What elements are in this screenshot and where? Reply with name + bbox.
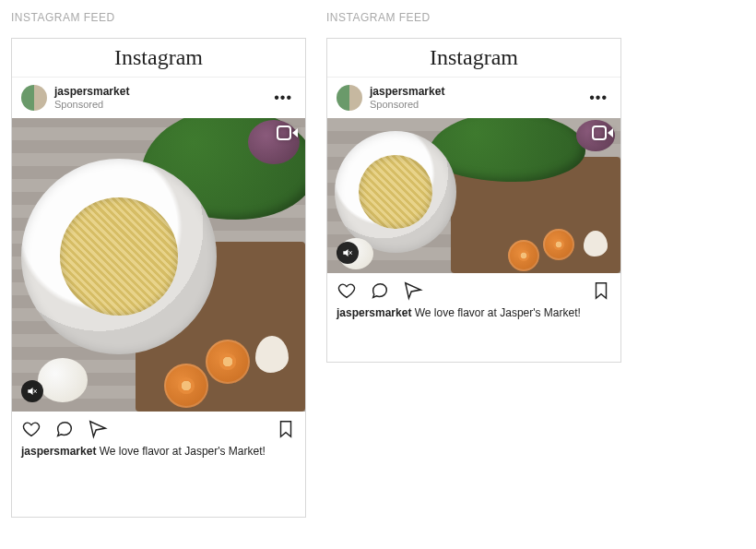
- preview-column-landscape: INSTAGRAM FEED Instagram jaspersmarket S…: [326, 11, 621, 518]
- speaker-muted-icon: [341, 246, 354, 259]
- post-media[interactable]: [327, 118, 620, 273]
- caption-username: jaspersmarket: [21, 445, 96, 458]
- username: jaspersmarket: [370, 85, 585, 98]
- share-icon[interactable]: [403, 280, 423, 301]
- username: jaspersmarket: [54, 85, 270, 98]
- sound-toggle-button[interactable]: [337, 242, 359, 264]
- like-icon[interactable]: [337, 280, 357, 301]
- user-block[interactable]: jaspersmarket Sponsored: [370, 85, 585, 111]
- media-image: [327, 118, 620, 273]
- caption-text: We love flavor at Jasper's Market!: [411, 306, 580, 319]
- caption: jaspersmarket We love flavor at Jasper's…: [327, 306, 620, 362]
- comment-icon[interactable]: [370, 280, 390, 301]
- instagram-card-landscape: Instagram jaspersmarket Sponsored •••: [326, 38, 621, 363]
- media-image: [12, 118, 305, 412]
- video-indicator-icon: [277, 125, 298, 140]
- brand-bar: Instagram: [327, 39, 620, 78]
- caption: jaspersmarket We love flavor at Jasper's…: [12, 445, 305, 517]
- preview-column-square: INSTAGRAM FEED Instagram jaspersmarket S…: [11, 11, 306, 518]
- post-header: jaspersmarket Sponsored •••: [12, 78, 305, 118]
- share-icon[interactable]: [88, 419, 108, 439]
- sponsored-label: Sponsored: [370, 99, 585, 111]
- caption-username: jaspersmarket: [337, 306, 411, 319]
- post-media[interactable]: [12, 118, 305, 412]
- caption-text: We love flavor at Jasper's Market!: [96, 445, 265, 458]
- sponsored-label: Sponsored: [54, 99, 270, 111]
- actions-row: [327, 273, 620, 306]
- avatar[interactable]: [21, 85, 47, 111]
- video-indicator-icon: [592, 125, 613, 140]
- section-label: INSTAGRAM FEED: [11, 11, 306, 24]
- section-label: INSTAGRAM FEED: [326, 11, 621, 24]
- avatar[interactable]: [337, 85, 362, 111]
- instagram-card-square: Instagram jaspersmarket Sponsored •••: [11, 38, 306, 518]
- like-icon[interactable]: [21, 419, 41, 439]
- user-block[interactable]: jaspersmarket Sponsored: [54, 85, 270, 111]
- more-options-icon[interactable]: •••: [585, 87, 611, 109]
- save-icon[interactable]: [591, 280, 611, 301]
- instagram-logo: Instagram: [114, 45, 203, 70]
- more-options-icon[interactable]: •••: [270, 87, 296, 109]
- comment-icon[interactable]: [54, 419, 75, 439]
- speaker-muted-icon: [26, 385, 39, 398]
- brand-bar: Instagram: [12, 39, 305, 78]
- save-icon[interactable]: [276, 419, 296, 439]
- actions-row: [12, 412, 305, 445]
- preview-container: INSTAGRAM FEED Instagram jaspersmarket S…: [11, 11, 745, 518]
- sound-toggle-button[interactable]: [21, 380, 43, 402]
- post-header: jaspersmarket Sponsored •••: [327, 78, 620, 118]
- instagram-logo: Instagram: [430, 45, 518, 70]
